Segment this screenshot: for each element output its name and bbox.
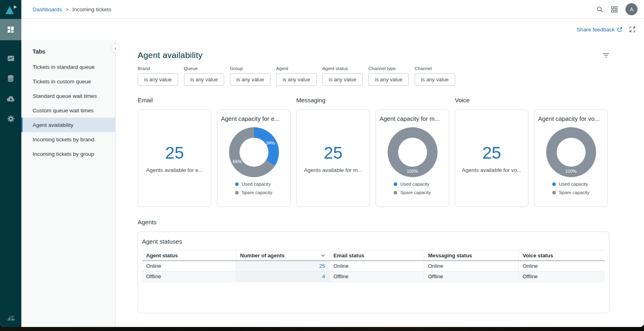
apps-grid-icon xyxy=(611,6,618,13)
fullscreen-expand-icon xyxy=(629,26,636,33)
tab-item-2[interactable]: Standard queue wait times xyxy=(21,89,115,103)
main-column: Dashboards > Incoming tickets A xyxy=(21,0,644,327)
cell-messaging-status: Offline xyxy=(424,271,518,282)
filter-label: Group xyxy=(230,66,270,71)
cell-email-status: Offline xyxy=(329,271,424,282)
column-header-email-status[interactable]: Email status xyxy=(329,250,424,261)
chart-card-email: Agent capacity for e... 34%66% Used capa… xyxy=(217,110,291,207)
breadcrumb-current: Incoming tickets xyxy=(72,6,111,12)
explore-logo[interactable] xyxy=(0,0,21,19)
column-header-agent-status[interactable]: Agent status xyxy=(142,250,236,261)
filter-label: Agent status xyxy=(322,66,363,71)
sidebar-item-settings[interactable] xyxy=(0,109,21,129)
filter-value-button[interactable]: is any value xyxy=(230,73,270,86)
cell-number-of-agents[interactable]: 25 xyxy=(236,261,329,271)
datasets-icon xyxy=(7,75,14,82)
tab-item-6[interactable]: Incoming tickets by group xyxy=(21,147,115,161)
chart-title: Agent capacity for m... xyxy=(380,115,440,122)
chart-card-voice: Agent capacity for vo... 100% Used capac… xyxy=(534,110,608,207)
apps-menu-button[interactable] xyxy=(611,6,618,13)
user-avatar[interactable]: A xyxy=(625,3,638,15)
tabs-list: Tickets in standard queueTickets in cust… xyxy=(21,60,115,161)
filter-label: Agent xyxy=(276,66,317,71)
agent-statuses-card: Agent statuses Agent status Number of ag… xyxy=(138,232,609,313)
breadcrumb-dashboards-link[interactable]: Dashboards xyxy=(33,6,62,12)
kpi-card-messaging: 25 Agents available for m... xyxy=(296,110,370,207)
breadcrumb-separator: > xyxy=(66,6,69,12)
chart-title: Agent capacity for e... xyxy=(221,115,279,122)
tab-item-1[interactable]: Tickets in custom queue xyxy=(21,74,115,89)
share-feedback-label: Share feedback xyxy=(576,27,615,33)
filter-value-button[interactable]: is any value xyxy=(322,73,363,86)
filter-value-button[interactable]: is any value xyxy=(138,73,178,86)
share-feedback-link[interactable]: Share feedback xyxy=(576,27,622,33)
sidebar-item-dashboards[interactable] xyxy=(0,19,21,40)
tabs-panel: ‹ Tabs Tickets in standard queueTickets … xyxy=(21,40,116,327)
fullscreen-button[interactable] xyxy=(629,26,636,33)
agents-section-label: Agents xyxy=(138,219,609,225)
table-row-offline: Offline 4 Offline Offline Offline xyxy=(142,271,605,282)
kpi-caption: Agents available for e... xyxy=(146,167,203,173)
sidebar-item-data-import[interactable] xyxy=(0,89,21,109)
filter-2: Groupis any value xyxy=(230,66,270,86)
zendesk-logo-icon xyxy=(6,315,15,321)
legend-label: Spare capacity xyxy=(559,190,589,195)
section-cards: 25 Agents available for vo... Agent capa… xyxy=(455,110,608,207)
filter-value-button[interactable]: is any value xyxy=(184,73,225,86)
sidebar-item-reports[interactable] xyxy=(0,48,21,68)
filter-0: Brandis any value xyxy=(138,66,178,86)
cloud-download-icon xyxy=(7,96,15,102)
tab-item-5[interactable]: Incoming tickets by brand xyxy=(21,132,115,147)
donut-hole xyxy=(398,138,427,167)
legend-dot xyxy=(394,182,397,186)
page-title: Agent availability xyxy=(138,50,202,60)
filter-value-button[interactable]: is any value xyxy=(368,73,409,86)
donut-chart-email[interactable]: 34%66% xyxy=(229,127,279,177)
legend-dot xyxy=(235,191,239,194)
filters-toggle-button[interactable] xyxy=(603,53,609,58)
chart-legend: Used capacitySpare capacity xyxy=(552,182,589,195)
search-button[interactable] xyxy=(597,6,603,13)
tab-item-3[interactable]: Custom queue wait times xyxy=(21,103,115,118)
filter-value-button[interactable]: is any value xyxy=(415,73,455,86)
donut-chart-messaging[interactable]: 100% xyxy=(388,127,438,177)
chart-legend: Used capacitySpare capacity xyxy=(235,182,272,195)
kpi-value: 25 xyxy=(165,143,184,163)
filter-6: Channelis any value xyxy=(415,66,455,86)
column-header-messaging-status[interactable]: Messaging status xyxy=(424,250,518,261)
filter-label: Channel type xyxy=(368,66,409,71)
filter-value-button[interactable]: is any value xyxy=(276,73,317,86)
body-row: ‹ Tabs Tickets in standard queueTickets … xyxy=(21,40,644,327)
tab-item-0[interactable]: Tickets in standard queue xyxy=(21,60,115,74)
cell-number-of-agents[interactable]: 4 xyxy=(236,271,329,282)
sidebar-item-datasets[interactable] xyxy=(0,68,21,89)
tab-item-4[interactable]: Agent availability xyxy=(21,118,115,132)
legend-dot xyxy=(235,182,239,186)
legend-label: Spare capacity xyxy=(242,190,272,195)
legend-label: Used capacity xyxy=(242,182,270,186)
dashboards-icon xyxy=(7,26,14,33)
section-label: Voice xyxy=(455,97,608,103)
legend-item: Used capacity xyxy=(552,182,589,186)
table-row-online: Online 25 Online Online Online xyxy=(142,261,605,271)
section-label: Email xyxy=(138,97,291,103)
cell-messaging-status: Online xyxy=(424,261,518,271)
donut-hole xyxy=(557,138,586,167)
cell-voice-status: Offline xyxy=(518,271,605,282)
dashboard-header: Agent availability xyxy=(138,50,609,60)
column-header-voice-status[interactable]: Voice status xyxy=(518,250,605,261)
table-header-row: Agent status Number of agents Email stat… xyxy=(142,250,605,261)
cell-email-status: Online xyxy=(329,261,424,271)
donut-slice-label: 34% xyxy=(266,141,275,145)
donut-chart-voice[interactable]: 100% xyxy=(546,127,596,177)
search-icon xyxy=(597,6,603,13)
agent-statuses-title: Agent statuses xyxy=(142,238,605,250)
collapse-panel-button[interactable]: ‹ xyxy=(111,43,120,53)
kpi-value: 25 xyxy=(482,143,501,163)
section-cards: 25 Agents available for e... Agent capac… xyxy=(138,110,291,207)
column-header-number-of-agents[interactable]: Number of agents xyxy=(236,250,329,261)
filter-label: Channel xyxy=(415,66,455,71)
explore-logo-icon xyxy=(4,4,18,15)
filter-3: Agentis any value xyxy=(276,66,317,86)
legend-item: Used capacity xyxy=(235,182,272,186)
